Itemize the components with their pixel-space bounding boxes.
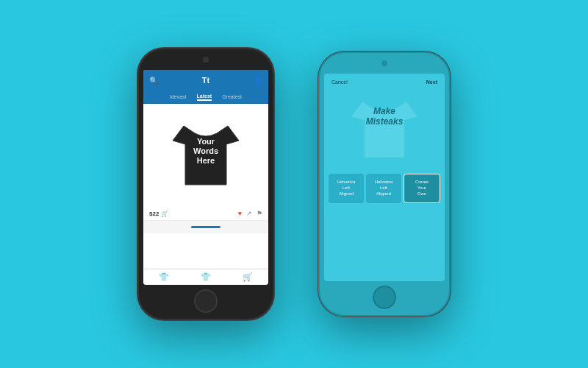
phone-teal-screen: Cancel Next Make Misteaks HelveticaLeftA… bbox=[324, 74, 445, 281]
tshirt-container: Your Words Here bbox=[169, 115, 243, 196]
price-row: $22 🛒 ♥ ↗ ⚑ bbox=[143, 207, 268, 221]
phone-dark-screen: 🔍 Tt 👤 Idevast Latest Greatest Your bbox=[143, 70, 268, 285]
phone-teal-home-button[interactable] bbox=[373, 286, 396, 309]
option-label-1: HelveticaLeftAligned bbox=[337, 180, 356, 197]
option-create-own[interactable]: CreateYourOwn bbox=[404, 174, 440, 203]
option-label-2: HelveticaLeftAligned bbox=[375, 180, 393, 197]
cart-icon: 🛒 bbox=[161, 210, 168, 217]
cancel-button[interactable]: Cancel bbox=[331, 79, 348, 85]
app-header: 🔍 Tt 👤 bbox=[143, 70, 268, 91]
option-label-3: CreateYourOwn bbox=[415, 180, 429, 197]
phone-teal-camera bbox=[381, 60, 387, 66]
option-helvetica-left-1[interactable]: HelveticaLeftAligned bbox=[329, 174, 364, 203]
teal-tshirt-area: Make Misteaks bbox=[324, 90, 445, 171]
price-label: $22 🛒 bbox=[149, 210, 168, 217]
phones-container: 🔍 Tt 👤 Idevast Latest Greatest Your bbox=[137, 48, 451, 320]
tshirt-display-area: Your Words Here bbox=[143, 104, 268, 207]
user-icon[interactable]: 👤 bbox=[254, 77, 262, 85]
share-icon[interactable]: ↗ bbox=[246, 210, 252, 217]
heart-icon[interactable]: ♥ bbox=[238, 210, 242, 217]
next-button[interactable]: Next bbox=[426, 79, 437, 85]
phone-teal: Cancel Next Make Misteaks HelveticaLeftA… bbox=[318, 52, 451, 316]
bottom-bar: 👕 👕 🛒 bbox=[143, 269, 268, 285]
search-icon[interactable]: 🔍 bbox=[149, 77, 158, 85]
phone-dark-home-button[interactable] bbox=[194, 289, 218, 313]
option-helvetica-left-2[interactable]: HelveticaLeftAligned bbox=[366, 174, 401, 203]
teal-shirt-text: Make Misteaks bbox=[366, 106, 404, 127]
app-title: Tt bbox=[202, 76, 209, 85]
phone-dark-camera bbox=[203, 57, 209, 63]
tshirt-text: Your Words Here bbox=[193, 137, 218, 166]
bottom-icon-profile[interactable]: 👕 bbox=[159, 272, 169, 282]
tab-greatest[interactable]: Greatest bbox=[222, 94, 242, 99]
tab-latest[interactable]: Latest bbox=[197, 93, 212, 101]
teal-tshirt-svg bbox=[344, 93, 425, 167]
scroll-indicator bbox=[191, 226, 220, 228]
teal-options-row: HelveticaLeftAligned HelveticaLeftAligne… bbox=[324, 171, 445, 206]
action-icons: ♥ ↗ ⚑ bbox=[238, 210, 262, 217]
phone-dark: 🔍 Tt 👤 Idevast Latest Greatest Your bbox=[137, 48, 274, 320]
bottom-icon-browse[interactable]: 👕 bbox=[201, 272, 211, 282]
app-tabs: Idevast Latest Greatest bbox=[143, 91, 268, 104]
flag-icon[interactable]: ⚑ bbox=[257, 210, 262, 217]
tab-idevast[interactable]: Idevast bbox=[170, 94, 187, 99]
bottom-icon-cart[interactable]: 🛒 bbox=[243, 272, 253, 282]
teal-app-header: Cancel Next bbox=[324, 74, 445, 90]
